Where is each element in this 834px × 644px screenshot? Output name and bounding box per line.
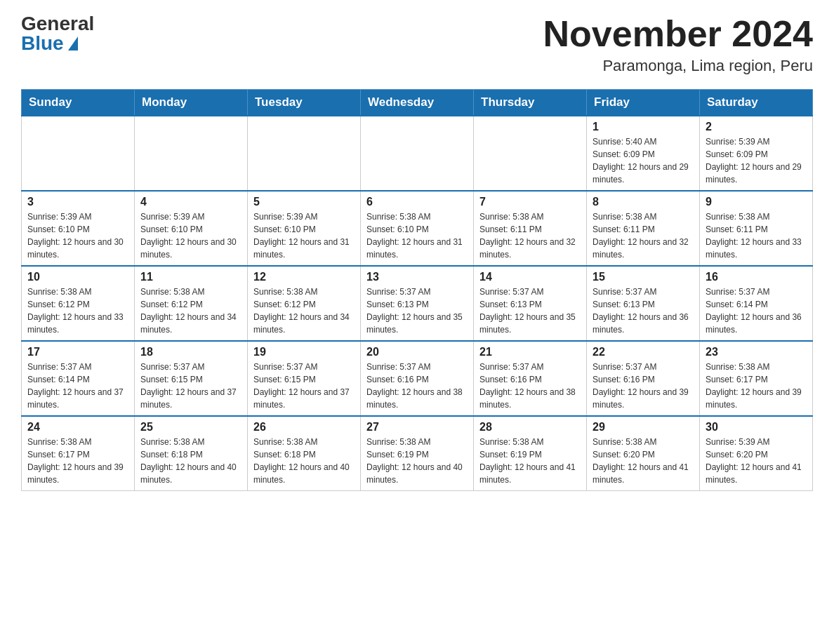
day-info: Sunrise: 5:38 AM Sunset: 6:10 PM Dayligh… <box>366 210 468 261</box>
calendar-cell: 18Sunrise: 5:37 AM Sunset: 6:15 PM Dayli… <box>135 341 248 416</box>
day-number: 30 <box>706 421 807 434</box>
day-number: 1 <box>593 121 694 133</box>
day-info: Sunrise: 5:40 AM Sunset: 6:09 PM Dayligh… <box>593 135 694 186</box>
calendar-header-saturday: Saturday <box>700 90 813 116</box>
day-number: 27 <box>366 421 468 434</box>
day-info: Sunrise: 5:39 AM Sunset: 6:10 PM Dayligh… <box>253 210 355 261</box>
calendar-cell: 23Sunrise: 5:38 AM Sunset: 6:17 PM Dayli… <box>700 341 813 416</box>
day-number: 28 <box>479 421 581 434</box>
day-number: 2 <box>706 121 807 133</box>
calendar-cell: 16Sunrise: 5:37 AM Sunset: 6:14 PM Dayli… <box>700 266 813 341</box>
calendar-cell: 25Sunrise: 5:38 AM Sunset: 6:18 PM Dayli… <box>135 416 248 491</box>
day-number: 15 <box>593 271 694 283</box>
calendar-cell: 30Sunrise: 5:39 AM Sunset: 6:20 PM Dayli… <box>700 416 813 491</box>
day-info: Sunrise: 5:37 AM Sunset: 6:13 PM Dayligh… <box>366 286 468 336</box>
day-number: 22 <box>593 346 694 358</box>
day-number: 6 <box>366 196 468 208</box>
day-info: Sunrise: 5:38 AM Sunset: 6:11 PM Dayligh… <box>593 210 694 261</box>
day-number: 24 <box>27 421 128 434</box>
calendar-cell <box>474 116 587 191</box>
week-row-4: 17Sunrise: 5:37 AM Sunset: 6:14 PM Dayli… <box>22 341 813 416</box>
day-info: Sunrise: 5:38 AM Sunset: 6:12 PM Dayligh… <box>253 286 355 336</box>
day-number: 23 <box>706 346 807 358</box>
day-info: Sunrise: 5:37 AM Sunset: 6:16 PM Dayligh… <box>366 361 468 411</box>
calendar-cell: 6Sunrise: 5:38 AM Sunset: 6:10 PM Daylig… <box>361 191 474 266</box>
day-info: Sunrise: 5:37 AM Sunset: 6:13 PM Dayligh… <box>479 286 581 336</box>
calendar-cell <box>135 116 248 191</box>
calendar-cell <box>22 116 135 191</box>
week-row-2: 3Sunrise: 5:39 AM Sunset: 6:10 PM Daylig… <box>22 191 813 266</box>
day-number: 12 <box>253 271 355 283</box>
calendar-cell: 1Sunrise: 5:40 AM Sunset: 6:09 PM Daylig… <box>587 116 700 191</box>
calendar-cell: 3Sunrise: 5:39 AM Sunset: 6:10 PM Daylig… <box>22 191 135 266</box>
calendar-header-tuesday: Tuesday <box>248 90 361 116</box>
day-info: Sunrise: 5:37 AM Sunset: 6:15 PM Dayligh… <box>253 361 355 411</box>
title-block: November 2024 Paramonga, Lima region, Pe… <box>543 14 813 75</box>
calendar-header-row: SundayMondayTuesdayWednesdayThursdayFrid… <box>22 90 813 116</box>
day-info: Sunrise: 5:37 AM Sunset: 6:13 PM Dayligh… <box>593 286 694 336</box>
calendar-cell: 7Sunrise: 5:38 AM Sunset: 6:11 PM Daylig… <box>474 191 587 266</box>
day-info: Sunrise: 5:38 AM Sunset: 6:17 PM Dayligh… <box>27 436 128 486</box>
day-number: 14 <box>479 271 581 283</box>
calendar-cell: 4Sunrise: 5:39 AM Sunset: 6:10 PM Daylig… <box>135 191 248 266</box>
calendar-cell: 8Sunrise: 5:38 AM Sunset: 6:11 PM Daylig… <box>587 191 700 266</box>
calendar-cell: 17Sunrise: 5:37 AM Sunset: 6:14 PM Dayli… <box>22 341 135 416</box>
calendar-cell: 21Sunrise: 5:37 AM Sunset: 6:16 PM Dayli… <box>474 341 587 416</box>
calendar-cell: 20Sunrise: 5:37 AM Sunset: 6:16 PM Dayli… <box>361 341 474 416</box>
day-info: Sunrise: 5:38 AM Sunset: 6:17 PM Dayligh… <box>706 361 807 411</box>
calendar-cell <box>361 116 474 191</box>
day-info: Sunrise: 5:38 AM Sunset: 6:18 PM Dayligh… <box>253 436 355 486</box>
location-subtitle: Paramonga, Lima region, Peru <box>543 57 813 75</box>
calendar-cell: 12Sunrise: 5:38 AM Sunset: 6:12 PM Dayli… <box>248 266 361 341</box>
day-info: Sunrise: 5:38 AM Sunset: 6:11 PM Dayligh… <box>479 210 581 261</box>
day-number: 3 <box>27 196 128 208</box>
calendar-header-wednesday: Wednesday <box>361 90 474 116</box>
day-info: Sunrise: 5:37 AM Sunset: 6:16 PM Dayligh… <box>479 361 581 411</box>
day-number: 5 <box>253 196 355 208</box>
day-number: 19 <box>253 346 355 358</box>
calendar-cell: 24Sunrise: 5:38 AM Sunset: 6:17 PM Dayli… <box>22 416 135 491</box>
calendar-cell: 26Sunrise: 5:38 AM Sunset: 6:18 PM Dayli… <box>248 416 361 491</box>
day-number: 10 <box>27 271 128 283</box>
week-row-5: 24Sunrise: 5:38 AM Sunset: 6:17 PM Dayli… <box>22 416 813 491</box>
day-info: Sunrise: 5:39 AM Sunset: 6:10 PM Dayligh… <box>27 210 128 261</box>
day-info: Sunrise: 5:39 AM Sunset: 6:09 PM Dayligh… <box>706 135 807 186</box>
calendar-cell: 5Sunrise: 5:39 AM Sunset: 6:10 PM Daylig… <box>248 191 361 266</box>
day-number: 8 <box>593 196 694 208</box>
day-info: Sunrise: 5:38 AM Sunset: 6:20 PM Dayligh… <box>593 436 694 486</box>
day-number: 21 <box>479 346 581 358</box>
calendar-cell: 14Sunrise: 5:37 AM Sunset: 6:13 PM Dayli… <box>474 266 587 341</box>
day-info: Sunrise: 5:39 AM Sunset: 6:10 PM Dayligh… <box>140 210 241 261</box>
calendar-cell: 10Sunrise: 5:38 AM Sunset: 6:12 PM Dayli… <box>22 266 135 341</box>
day-number: 29 <box>593 421 694 434</box>
calendar-cell: 19Sunrise: 5:37 AM Sunset: 6:15 PM Dayli… <box>248 341 361 416</box>
page-header: General Blue November 2024 Paramonga, Li… <box>21 14 813 75</box>
day-number: 4 <box>140 196 241 208</box>
day-number: 16 <box>706 271 807 283</box>
logo-blue-text: Blue <box>21 34 78 53</box>
day-info: Sunrise: 5:38 AM Sunset: 6:19 PM Dayligh… <box>366 436 468 486</box>
day-number: 17 <box>27 346 128 358</box>
calendar-cell: 15Sunrise: 5:37 AM Sunset: 6:13 PM Dayli… <box>587 266 700 341</box>
logo: General Blue <box>21 14 94 53</box>
day-info: Sunrise: 5:38 AM Sunset: 6:19 PM Dayligh… <box>479 436 581 486</box>
day-info: Sunrise: 5:38 AM Sunset: 6:12 PM Dayligh… <box>140 286 241 336</box>
day-number: 9 <box>706 196 807 208</box>
day-info: Sunrise: 5:37 AM Sunset: 6:15 PM Dayligh… <box>140 361 241 411</box>
calendar-cell: 2Sunrise: 5:39 AM Sunset: 6:09 PM Daylig… <box>700 116 813 191</box>
day-number: 11 <box>140 271 241 283</box>
day-number: 26 <box>253 421 355 434</box>
calendar-cell: 22Sunrise: 5:37 AM Sunset: 6:16 PM Dayli… <box>587 341 700 416</box>
day-info: Sunrise: 5:38 AM Sunset: 6:11 PM Dayligh… <box>706 210 807 261</box>
day-number: 13 <box>366 271 468 283</box>
calendar-table: SundayMondayTuesdayWednesdayThursdayFrid… <box>21 89 813 491</box>
day-number: 18 <box>140 346 241 358</box>
day-info: Sunrise: 5:37 AM Sunset: 6:16 PM Dayligh… <box>593 361 694 411</box>
day-number: 20 <box>366 346 468 358</box>
logo-general-text: General <box>21 14 94 34</box>
calendar-header-monday: Monday <box>135 90 248 116</box>
month-title: November 2024 <box>543 14 813 54</box>
calendar-cell: 27Sunrise: 5:38 AM Sunset: 6:19 PM Dayli… <box>361 416 474 491</box>
calendar-header-thursday: Thursday <box>474 90 587 116</box>
day-info: Sunrise: 5:37 AM Sunset: 6:14 PM Dayligh… <box>706 286 807 336</box>
